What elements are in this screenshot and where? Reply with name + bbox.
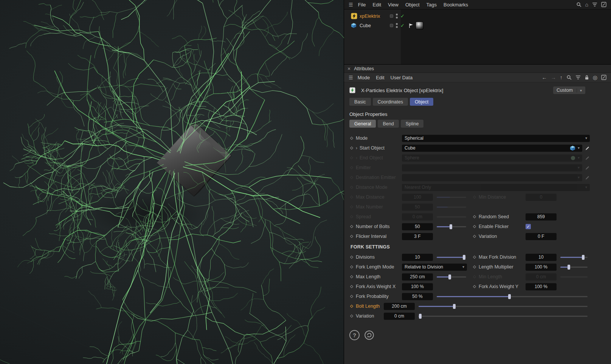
keyframe-diamond[interactable] bbox=[473, 196, 476, 199]
slider-spread[interactable] bbox=[437, 216, 466, 217]
slider-max-length[interactable] bbox=[437, 276, 466, 278]
keyframe-diamond[interactable] bbox=[473, 225, 476, 228]
picker-pencil-icon[interactable] bbox=[585, 146, 590, 151]
slider-handle[interactable] bbox=[419, 314, 422, 319]
slider-handle[interactable] bbox=[448, 275, 451, 279]
keyframe-diamond[interactable] bbox=[350, 275, 353, 278]
enabled-check-icon[interactable]: ✓ bbox=[400, 23, 405, 28]
picker-pencil-icon[interactable] bbox=[585, 156, 590, 160]
menu-item-tags[interactable]: Tags bbox=[423, 2, 440, 8]
menu-item-object[interactable]: Object bbox=[402, 2, 423, 8]
object-row-cube[interactable]: Cube✓ bbox=[344, 21, 611, 30]
panel-edit-icon[interactable] bbox=[601, 2, 606, 7]
field-fork-axis-weight-x[interactable]: 100 % bbox=[402, 283, 433, 290]
subtab-general[interactable]: General bbox=[349, 120, 376, 128]
keyframe-diamond[interactable] bbox=[473, 285, 476, 288]
field-max-length[interactable]: 250 cm bbox=[402, 273, 433, 281]
home-icon[interactable]: ⌂ bbox=[585, 2, 588, 7]
keyframe-diamond[interactable] bbox=[350, 186, 353, 189]
menu-hamburger-icon[interactable]: ☰ bbox=[347, 2, 355, 8]
keyframe-diamond[interactable] bbox=[350, 315, 353, 318]
visibility-dots[interactable] bbox=[396, 14, 398, 19]
slider-number-of-bolts[interactable] bbox=[437, 226, 466, 227]
viewport-3d[interactable] bbox=[0, 0, 344, 364]
field-number-of-bolts[interactable]: 50 bbox=[402, 223, 433, 230]
attributes-menu-mode[interactable]: Mode bbox=[355, 75, 373, 80]
layer-chip[interactable] bbox=[390, 14, 393, 18]
combo-distance-mode[interactable]: Nearest Only▾ bbox=[402, 184, 590, 191]
enabled-check-icon[interactable]: ✓ bbox=[400, 13, 405, 19]
field-divisions[interactable]: 10 bbox=[402, 254, 433, 261]
slider-handle[interactable] bbox=[450, 224, 452, 229]
field-max-number[interactable]: 50 bbox=[402, 204, 433, 211]
attributes-hamburger-icon[interactable]: ☰ bbox=[347, 75, 355, 80]
field-fork-probability[interactable]: 50 % bbox=[402, 293, 433, 300]
tab-object[interactable]: Object bbox=[410, 98, 433, 106]
search-icon[interactable] bbox=[576, 2, 582, 7]
keyframe-diamond[interactable] bbox=[350, 295, 353, 298]
checkbox-enable-flicker[interactable]: ✓ bbox=[526, 224, 531, 229]
field-bolt-length[interactable]: 200 cm bbox=[384, 303, 415, 310]
field-max-fork-division[interactable]: 10 bbox=[526, 254, 557, 261]
attributes-menu-edit[interactable]: Edit bbox=[373, 75, 387, 80]
slider-bolt-length[interactable] bbox=[419, 306, 588, 307]
slider-length-multiplier[interactable] bbox=[560, 267, 588, 268]
field-flicker-interval[interactable]: 3 F bbox=[402, 233, 433, 240]
keyframe-diamond[interactable] bbox=[350, 225, 353, 228]
combo-destination-emitter[interactable]: ▾ bbox=[402, 174, 582, 181]
visibility-dots[interactable] bbox=[396, 23, 398, 28]
slider-handle[interactable] bbox=[453, 304, 456, 309]
keyframe-diamond[interactable] bbox=[473, 275, 476, 278]
slider-max-distance[interactable] bbox=[437, 197, 466, 198]
expand-chevron-icon[interactable]: › bbox=[356, 145, 360, 151]
menu-item-file[interactable]: File bbox=[355, 2, 369, 8]
tab-basic[interactable]: Basic bbox=[349, 98, 371, 106]
search-icon[interactable] bbox=[566, 75, 572, 80]
lock-icon[interactable] bbox=[585, 75, 589, 80]
combo-start-object[interactable]: Cube▾ bbox=[402, 145, 582, 152]
combo-mode[interactable]: Spherical▾ bbox=[402, 135, 590, 142]
combo-emitter[interactable]: ▾ bbox=[402, 164, 582, 171]
field-length-multiplier[interactable]: 100 % bbox=[526, 264, 557, 271]
keyframe-diamond[interactable] bbox=[350, 147, 353, 150]
keyframe-diamond[interactable] bbox=[350, 215, 353, 218]
field-random-seed[interactable]: 859 bbox=[526, 213, 557, 221]
picker-pencil-icon[interactable] bbox=[585, 165, 590, 170]
tab-coordinates[interactable]: Coordinates bbox=[373, 98, 408, 106]
keyframe-diamond[interactable] bbox=[473, 265, 476, 268]
picker-pencil-icon[interactable] bbox=[585, 175, 590, 180]
menu-item-edit[interactable]: Edit bbox=[369, 2, 385, 8]
keyframe-diamond[interactable] bbox=[350, 156, 353, 159]
menu-item-bookmarks[interactable]: Bookmarks bbox=[440, 2, 471, 8]
keyframe-diamond[interactable] bbox=[473, 235, 476, 238]
keyframe-diamond[interactable] bbox=[350, 285, 353, 288]
filter-icon[interactable] bbox=[575, 75, 581, 80]
keyframe-diamond[interactable] bbox=[350, 256, 353, 259]
slider-variation[interactable] bbox=[419, 316, 588, 317]
field-min-distance[interactable]: 0 bbox=[526, 194, 557, 201]
close-panel-button[interactable]: × bbox=[347, 66, 350, 71]
slider-divisions[interactable] bbox=[437, 257, 466, 258]
attributes-menu-user-data[interactable]: User Data bbox=[388, 75, 416, 80]
keyframe-diamond[interactable] bbox=[350, 166, 353, 169]
slider-max-fork-division[interactable] bbox=[560, 257, 588, 258]
reload-icon[interactable] bbox=[364, 330, 374, 340]
slider-min-length[interactable] bbox=[560, 276, 588, 278]
slider-handle[interactable] bbox=[582, 255, 585, 260]
field-fork-axis-weight-y[interactable]: 100 % bbox=[526, 283, 557, 290]
keyframe-diamond[interactable] bbox=[473, 215, 476, 218]
field-variation[interactable]: 0 cm bbox=[384, 313, 415, 320]
keyframe-diamond[interactable] bbox=[350, 235, 353, 238]
combo-end-object[interactable]: Sphere▾ bbox=[402, 154, 582, 162]
filter-icon[interactable] bbox=[592, 2, 597, 7]
display-flag-tag[interactable] bbox=[408, 23, 414, 28]
target-icon[interactable]: ◎ bbox=[593, 75, 597, 80]
slider-fork-probability[interactable] bbox=[437, 296, 588, 297]
slider-handle[interactable] bbox=[568, 265, 570, 270]
keyframe-diamond[interactable] bbox=[350, 305, 353, 308]
object-row-xpelektrix[interactable]: xpElektrix✓ bbox=[344, 11, 611, 21]
subtab-bend[interactable]: Bend bbox=[378, 120, 399, 128]
panel-edit-icon[interactable] bbox=[601, 75, 606, 80]
arrow-right-icon[interactable]: → bbox=[551, 75, 556, 80]
keyframe-diamond[interactable] bbox=[350, 196, 353, 199]
